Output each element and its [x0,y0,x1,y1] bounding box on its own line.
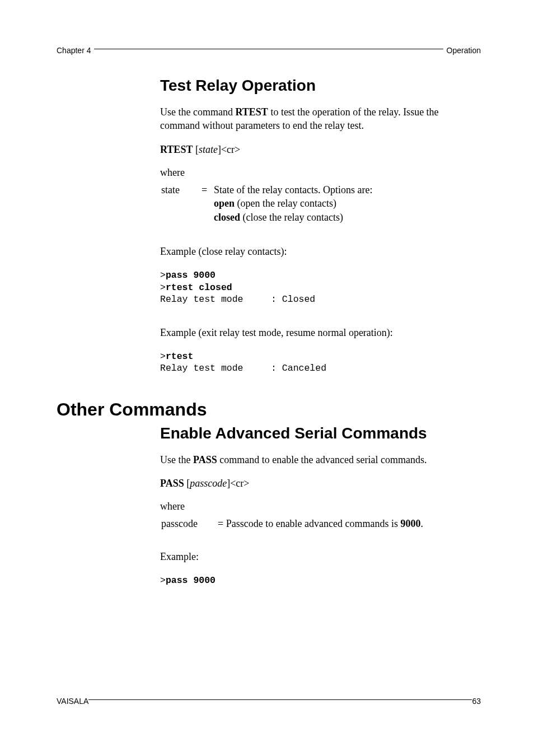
paragraph-pass-intro: Use the PASS command to enable the advan… [160,453,479,466]
example-label-close: Example (close relay contacts): [160,245,479,258]
footer-rule [88,699,472,700]
def-desc: (close the relay contacts) [240,212,343,223]
heading-other-commands: Other Commands [57,399,481,420]
header-chapter: Chapter 4 [57,46,91,55]
prompt: > [160,282,166,293]
syntax-rtest: RTEST [state]<cr> [160,144,479,156]
syntax-bracket: ]<cr> [218,144,240,155]
label-where: where [160,501,479,512]
def-passcode-value: 9000 [401,518,421,529]
heading-test-relay-operation: Test Relay Operation [160,77,479,95]
definition-table-passcode: passcode = Passcode to enable advanced c… [160,516,424,532]
def-desc: . [421,518,424,529]
def-eq: = [196,183,213,225]
text-fragment: Use the [160,454,193,465]
def-desc: (open the relay contacts) [235,198,336,209]
syntax-arg: passcode [190,478,227,489]
def-line: State of the relay contacts. Options are… [214,184,372,195]
syntax-bracket: [ [193,144,199,155]
syntax-cmd: PASS [160,478,184,489]
label-where: where [160,167,479,179]
footer-brand: VAISALA [57,697,88,706]
prompt: > [160,270,166,281]
code-input: pass 9000 [166,270,216,281]
heading-enable-advanced: Enable Advanced Serial Commands [160,424,479,442]
prompt: > [160,351,166,362]
prompt: > [160,575,166,586]
def-body: State of the relay contacts. Options are… [214,183,372,225]
example-label-pass: Example: [160,550,479,563]
code-output: Relay test mode : Closed [160,294,315,305]
code-example-exit: >rtest Relay test mode : Canceled [160,351,479,375]
footer-page-number: 63 [472,697,481,706]
syntax-bracket: ]<cr> [227,478,249,489]
syntax-bracket: [ [184,478,190,489]
paragraph-rtest-intro: Use the command RTEST to test the operat… [160,105,479,133]
code-example-pass: >pass 9000 [160,575,479,586]
code-input: rtest [166,351,194,362]
def-desc: = Passcode to enable advanced commands i… [218,518,401,529]
code-input: rtest closed [166,282,232,293]
example-label-exit: Example (exit relay test mode, resume no… [160,326,479,339]
code-input: pass 9000 [166,575,216,586]
code-output: Relay test mode : Canceled [160,363,326,374]
syntax-arg: state [199,144,218,155]
def-body: = Passcode to enable advanced commands i… [218,517,423,531]
text-fragment: command to enable the advanced serial co… [217,454,427,465]
text-pass-cmd: PASS [193,454,217,465]
def-option-open: open [214,198,235,209]
code-example-close: >pass 9000 >rtest closed Relay test mode… [160,269,479,305]
syntax-pass: PASS [passcode]<cr> [160,478,479,489]
text-rtest-cmd: RTEST [235,106,268,118]
text-fragment: Use the command [160,106,235,118]
definition-table-state: state = State of the relay contacts. Opt… [160,182,373,226]
def-option-closed: closed [214,212,240,223]
syntax-cmd: RTEST [160,144,193,155]
header-rule [94,49,443,49]
def-term: state [161,183,195,225]
def-term: passcode [161,517,217,531]
header-section: Operation [447,46,481,55]
